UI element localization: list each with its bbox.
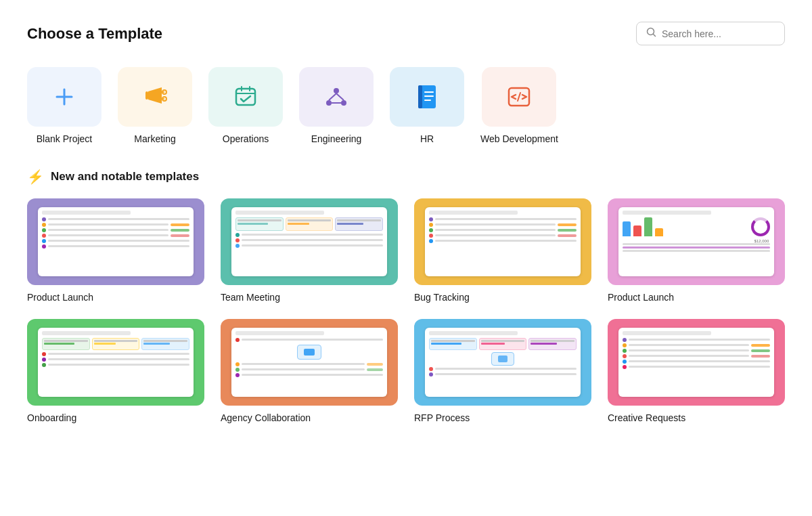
- mini-ui-agency-collab: [231, 328, 388, 397]
- category-marketing[interactable]: Marketing: [118, 67, 192, 144]
- template-label-onboarding: Onboarding: [27, 412, 204, 423]
- template-rfp-process[interactable]: RFP Process: [414, 319, 591, 423]
- svg-line-1: [654, 35, 656, 37]
- template-label-agency-collab: Agency Collaboration: [221, 412, 398, 423]
- header: Choose a Template: [27, 22, 785, 45]
- thumbnail-bug-tracking: [414, 198, 591, 285]
- search-icon: [646, 27, 656, 40]
- category-engineering[interactable]: Engineering: [299, 67, 374, 144]
- category-row: Blank Project Marketing: [27, 67, 785, 144]
- template-label-rfp-process: RFP Process: [414, 412, 591, 423]
- mini-ui-product-launch-2: $12,000: [618, 207, 775, 276]
- template-label-creative-requests: Creative Requests: [608, 412, 785, 423]
- page-container: Choose a Template Blank Project: [0, 0, 812, 445]
- svg-point-15: [341, 100, 346, 106]
- category-label-webdev: Web Development: [480, 133, 558, 144]
- category-icon-box-blank: [27, 67, 102, 127]
- category-label-operations: Operations: [223, 133, 269, 144]
- template-team-meeting[interactable]: Team Meeting: [221, 198, 398, 303]
- lightning-icon: ⚡: [27, 169, 44, 185]
- template-creative-requests[interactable]: Creative Requests: [608, 319, 785, 423]
- template-agency-collab[interactable]: Agency Collaboration: [221, 319, 398, 423]
- thumbnail-product-launch-2: $12,000: [608, 198, 785, 285]
- category-label-hr: HR: [420, 133, 434, 144]
- code-icon: [506, 84, 532, 110]
- mini-ui-bug-tracking: [425, 207, 581, 276]
- svg-rect-9: [236, 89, 255, 105]
- template-product-launch-1[interactable]: Product Launch: [27, 198, 204, 303]
- mini-ui-team-meeting: [231, 207, 388, 276]
- search-input[interactable]: [662, 28, 775, 39]
- category-label-marketing: Marketing: [134, 133, 175, 144]
- category-icon-box-marketing: [118, 67, 192, 127]
- category-icon-box-engineering: [299, 67, 374, 127]
- page-title: Choose a Template: [27, 25, 162, 43]
- template-label-team-meeting: Team Meeting: [221, 292, 398, 303]
- thumbnail-onboarding: [27, 319, 204, 406]
- megaphone-icon: [141, 85, 168, 109]
- mini-ui-rfp-process: [425, 328, 581, 397]
- templates-grid: Product Launch: [27, 198, 785, 423]
- thumbnail-rfp-process: [414, 319, 591, 406]
- plus-icon: [51, 84, 77, 110]
- check-calendar-icon: [233, 84, 258, 110]
- category-icon-box-webdev: [482, 67, 556, 127]
- category-blank-project[interactable]: Blank Project: [27, 67, 102, 144]
- category-icon-box-hr: [390, 67, 464, 127]
- svg-line-16: [329, 93, 336, 100]
- category-label-blank: Blank Project: [37, 133, 92, 144]
- thumbnail-agency-collab: [221, 319, 398, 406]
- svg-line-17: [336, 93, 344, 100]
- search-bar[interactable]: [636, 22, 785, 45]
- category-hr[interactable]: HR: [390, 67, 464, 144]
- svg-rect-4: [145, 91, 148, 100]
- mini-ui-onboarding: [38, 328, 194, 397]
- template-label-product-launch-1: Product Launch: [27, 292, 204, 303]
- template-product-launch-2[interactable]: $12,000 Product Launch: [608, 198, 785, 303]
- mini-ui-product-launch-1: [38, 207, 194, 276]
- book-icon: [415, 84, 438, 110]
- section-title: New and notable templates: [51, 170, 199, 184]
- section-header: ⚡ New and notable templates: [27, 169, 785, 185]
- nodes-icon: [323, 84, 349, 110]
- svg-point-14: [326, 100, 332, 106]
- svg-line-25: [518, 93, 520, 101]
- thumbnail-creative-requests: [608, 319, 785, 406]
- template-bug-tracking[interactable]: Bug Tracking: [414, 198, 591, 303]
- svg-rect-20: [418, 85, 422, 108]
- template-label-bug-tracking: Bug Tracking: [414, 292, 591, 303]
- svg-point-13: [334, 88, 339, 93]
- template-label-product-launch-2: Product Launch: [608, 292, 785, 303]
- template-onboarding[interactable]: Onboarding: [27, 319, 204, 423]
- mini-ui-creative-requests: [618, 328, 775, 397]
- category-label-engineering: Engineering: [311, 133, 362, 144]
- category-operations[interactable]: Operations: [208, 67, 283, 144]
- thumbnail-product-launch-1: [27, 198, 204, 285]
- category-webdev[interactable]: Web Development: [480, 67, 558, 144]
- thumbnail-team-meeting: [221, 198, 398, 285]
- category-icon-box-operations: [208, 67, 283, 127]
